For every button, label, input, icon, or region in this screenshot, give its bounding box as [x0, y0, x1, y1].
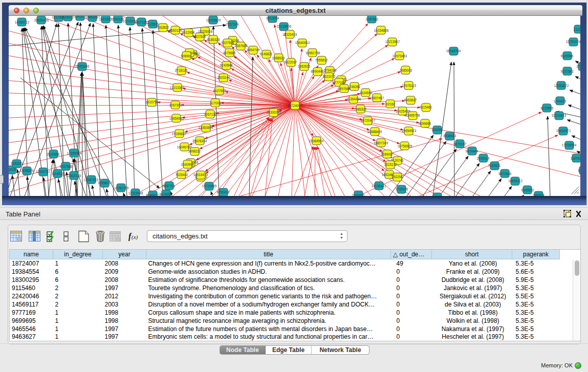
- svg-text:9084067: 9084067: [381, 152, 394, 156]
- svg-text:9463627: 9463627: [404, 98, 417, 102]
- svg-text:12342757: 12342757: [36, 170, 51, 173]
- svg-text:8215955: 8215955: [541, 106, 554, 110]
- svg-text:9329966: 9329966: [561, 54, 574, 58]
- svg-text:16154838: 16154838: [374, 29, 389, 32]
- svg-text:2367608: 2367608: [235, 44, 248, 48]
- svg-text:26053346: 26053346: [75, 64, 90, 68]
- svg-text:18807249: 18807249: [374, 141, 388, 145]
- svg-text:1335061: 1335061: [11, 162, 24, 165]
- svg-text:317008: 317008: [210, 101, 221, 105]
- svg-text:10958107: 10958107: [98, 181, 113, 185]
- svg-text:12093872: 12093872: [554, 84, 569, 87]
- svg-text:939154: 939154: [9, 168, 17, 171]
- svg-text:9097588: 9097588: [60, 165, 73, 168]
- svg-text:3675685: 3675685: [223, 51, 236, 55]
- svg-text:9474052: 9474052: [160, 192, 172, 196]
- svg-text:18300295: 18300295: [267, 111, 281, 114]
- svg-text:1624554: 1624554: [360, 91, 373, 95]
- svg-text:7955812: 7955812: [315, 58, 328, 62]
- svg-text:19166827: 19166827: [172, 132, 187, 136]
- svg-text:111278: 111278: [574, 28, 580, 31]
- svg-text:13495798: 13495798: [405, 114, 420, 117]
- svg-text:9474444: 9474444: [466, 149, 478, 153]
- svg-text:15640910: 15640910: [295, 41, 310, 45]
- svg-text:20691406: 20691406: [34, 18, 49, 22]
- svg-text:1067300: 1067300: [169, 103, 182, 107]
- svg-text:7663822: 7663822: [157, 26, 169, 29]
- svg-text:21364436: 21364436: [346, 97, 361, 101]
- svg-text:8660124: 8660124: [169, 29, 182, 32]
- svg-text:2773481: 2773481: [577, 64, 580, 68]
- svg-text:8938923: 8938923: [444, 134, 456, 138]
- svg-text:7986322: 7986322: [354, 107, 367, 111]
- svg-text:2935114: 2935114: [477, 157, 490, 160]
- svg-text:14055712: 14055712: [15, 20, 30, 24]
- svg-text:35678334: 35678334: [192, 139, 207, 143]
- svg-text:1362615: 1362615: [298, 64, 311, 68]
- svg-text:10688609: 10688609: [367, 130, 382, 134]
- svg-text:17016504: 17016504: [562, 143, 577, 147]
- svg-text:15716485: 15716485: [202, 184, 217, 188]
- svg-text:1167537: 1167537: [571, 157, 580, 160]
- svg-text:2803144: 2803144: [217, 76, 230, 79]
- svg-text:11156829: 11156829: [19, 169, 34, 172]
- svg-text:992450: 992450: [578, 169, 580, 172]
- svg-text:8186328: 8186328: [207, 38, 220, 41]
- svg-text:164095: 164095: [431, 128, 443, 132]
- svg-text:1244415: 1244415: [554, 99, 567, 103]
- svg-text:19654985: 19654985: [169, 117, 184, 120]
- svg-text:2718126: 2718126: [175, 69, 188, 72]
- svg-text:1588520: 1588520: [272, 56, 285, 60]
- svg-text:9245652: 9245652: [521, 188, 534, 192]
- svg-text:8322037: 8322037: [285, 60, 297, 64]
- svg-text:16033809: 16033809: [206, 18, 221, 22]
- svg-text:9242848: 9242848: [220, 63, 233, 67]
- svg-text:8471626: 8471626: [499, 172, 512, 176]
- svg-text:10756928: 10756928: [398, 144, 412, 148]
- svg-text:12975115: 12975115: [402, 84, 416, 87]
- svg-text:10973493: 10973493: [393, 54, 407, 58]
- svg-text:8427552: 8427552: [213, 89, 226, 93]
- svg-text:12323448: 12323448: [128, 191, 143, 195]
- svg-text:12503135: 12503135: [67, 174, 81, 178]
- svg-text:7625402: 7625402: [176, 173, 188, 177]
- svg-text:10807487: 10807487: [369, 96, 384, 100]
- svg-text:10853287: 10853287: [85, 16, 100, 19]
- svg-text:9794028: 9794028: [324, 69, 337, 72]
- svg-text:7357224: 7357224: [226, 23, 239, 26]
- svg-text:2629312: 2629312: [61, 16, 74, 19]
- svg-text:6497568: 6497568: [338, 87, 351, 91]
- svg-text:(x): (x): [132, 234, 138, 240]
- svg-text:2087682: 2087682: [366, 17, 379, 21]
- svg-text:9777169: 9777169: [333, 81, 345, 84]
- svg-text:9827506: 9827506: [193, 35, 206, 38]
- svg-text:17957253: 17957253: [84, 178, 99, 182]
- svg-text:15218506: 15218506: [277, 25, 292, 28]
- svg-text:9699695: 9699695: [419, 122, 431, 125]
- svg-text:7632621: 7632621: [488, 164, 501, 167]
- svg-text:9227343: 9227343: [561, 70, 574, 73]
- svg-text:8454749: 8454749: [247, 48, 260, 52]
- svg-text:6679197: 6679197: [454, 142, 467, 146]
- svg-text:3498222: 3498222: [188, 149, 201, 153]
- svg-text:12213967: 12213967: [385, 40, 400, 43]
- svg-text:17359924: 17359924: [67, 151, 82, 155]
- svg-text:1610756: 1610756: [146, 100, 159, 104]
- svg-text:9146821: 9146821: [260, 52, 273, 56]
- svg-text:18724007: 18724007: [288, 104, 302, 107]
- svg-text:16914479: 16914479: [193, 173, 208, 177]
- svg-text:15692971: 15692971: [556, 129, 571, 133]
- svg-text:9857791: 9857791: [163, 184, 176, 188]
- svg-text:1615172: 1615172: [384, 163, 397, 166]
- svg-text:8990448: 8990448: [311, 70, 324, 73]
- svg-text:9115460: 9115460: [420, 105, 432, 109]
- svg-text:19384554: 19384554: [309, 139, 324, 143]
- svg-text:14136141: 14136141: [372, 184, 386, 188]
- svg-text:16046788: 16046788: [177, 145, 192, 149]
- svg-text:746266: 746266: [349, 85, 360, 89]
- svg-text:8813054: 8813054: [267, 16, 279, 20]
- svg-text:8912954: 8912954: [182, 31, 195, 34]
- svg-text:10654112: 10654112: [508, 179, 522, 183]
- svg-text:12213369: 12213369: [170, 86, 185, 90]
- svg-text:7485003: 7485003: [400, 69, 412, 72]
